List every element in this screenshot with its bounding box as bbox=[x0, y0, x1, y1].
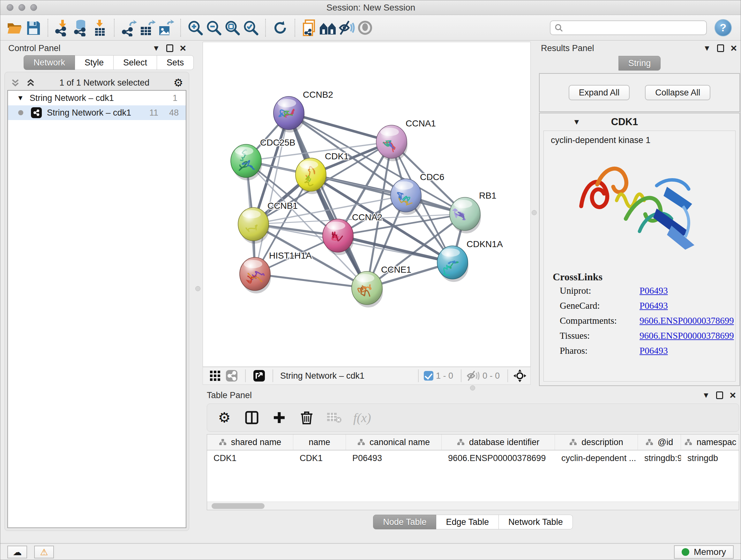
tab-edge-table[interactable]: Edge Table bbox=[436, 515, 499, 530]
network-options-gear-icon[interactable]: ⚙ bbox=[174, 77, 183, 88]
table-options-gear-icon[interactable]: ⚙ bbox=[216, 409, 232, 427]
column-header-database-identifier[interactable]: database identifier bbox=[442, 435, 555, 450]
protein-disclosure-icon[interactable]: ▼ bbox=[573, 118, 581, 126]
node-gloss bbox=[300, 161, 318, 169]
crosslink-link[interactable]: P06493 bbox=[639, 300, 668, 311]
open-in-window-icon[interactable] bbox=[251, 367, 267, 385]
memory-button[interactable]: Memory bbox=[674, 545, 734, 559]
tab-string-results[interactable]: String bbox=[618, 56, 661, 71]
birdseye-grid-icon[interactable] bbox=[207, 367, 223, 385]
bottom-splitter-handle[interactable] bbox=[470, 385, 475, 390]
scrollbar-thumb[interactable] bbox=[212, 503, 265, 509]
cloud-status-button[interactable]: ☁ bbox=[7, 546, 27, 558]
expand-all-networks-icon[interactable] bbox=[26, 78, 36, 87]
collection-disclosure-icon[interactable]: ▼ bbox=[17, 94, 24, 102]
help-icon[interactable]: ? bbox=[715, 19, 732, 37]
table-panel-float-icon[interactable] bbox=[716, 391, 723, 399]
network-edge-ccnb2-ccne1[interactable] bbox=[289, 113, 367, 288]
network-canvas[interactable]: CCNB2CCNA1CDC25BCDK1CDC6RB1CCNB1CCNA2CDK… bbox=[203, 42, 531, 367]
zoom-selected-icon[interactable] bbox=[242, 18, 260, 38]
refresh-icon[interactable] bbox=[271, 18, 289, 38]
selected-nodes-checkbox[interactable] bbox=[424, 371, 433, 381]
first-neighbors-icon[interactable] bbox=[319, 18, 337, 38]
protein-section-header[interactable]: ▼ CDK1 bbox=[540, 113, 739, 131]
column-header-label: namespac bbox=[697, 437, 737, 447]
expand-all-button[interactable]: Expand All bbox=[569, 85, 630, 100]
string-view-icon[interactable] bbox=[223, 367, 240, 385]
table-cell[interactable]: 9606.ENSP00000378699 bbox=[442, 450, 555, 466]
delete-table-icon[interactable] bbox=[326, 409, 342, 427]
table-cell[interactable]: P06493 bbox=[346, 450, 442, 466]
table-row[interactable]: CDK1CDK1P064939606.ENSP00000378699cyclin… bbox=[207, 450, 739, 466]
hide-selection-icon[interactable] bbox=[337, 18, 356, 38]
crosslink-link[interactable]: P06493 bbox=[639, 286, 668, 296]
right-splitter-handle[interactable] bbox=[532, 210, 537, 215]
zoom-in-icon[interactable] bbox=[186, 18, 205, 38]
column-header--id[interactable]: @id bbox=[638, 435, 681, 450]
table-panel-menu-icon[interactable]: ▼ bbox=[702, 391, 710, 399]
control-panel-menu-icon[interactable]: ▼ bbox=[152, 44, 160, 52]
import-network-file-icon[interactable] bbox=[53, 18, 72, 38]
toolbar-separator bbox=[508, 369, 508, 382]
column-header-shared-name[interactable]: shared name bbox=[207, 435, 293, 450]
create-column-icon[interactable] bbox=[244, 409, 260, 427]
warnings-button[interactable]: ⚠ bbox=[34, 546, 54, 558]
results-panel-float-icon[interactable] bbox=[717, 44, 724, 52]
shared-column-icon bbox=[646, 439, 653, 446]
network-collection-row[interactable]: ▼ String Network – cdk1 1 bbox=[8, 91, 186, 105]
column-header-name[interactable]: name bbox=[293, 435, 346, 450]
network-edge-ccnb2-hist1h1a[interactable] bbox=[255, 113, 289, 274]
tab-sets[interactable]: Sets bbox=[157, 55, 194, 70]
zoom-out-icon[interactable] bbox=[205, 18, 223, 38]
tab-network[interactable]: Network bbox=[23, 55, 75, 70]
tab-select[interactable]: Select bbox=[114, 55, 157, 70]
column-header-description[interactable]: description bbox=[555, 435, 638, 450]
table-horizontal-scrollbar[interactable] bbox=[207, 502, 739, 510]
show-all-icon[interactable] bbox=[356, 18, 374, 38]
save-session-icon[interactable] bbox=[24, 18, 43, 38]
table-cell[interactable]: stringdb bbox=[681, 450, 739, 466]
left-splitter-handle[interactable] bbox=[195, 286, 200, 291]
table-cell[interactable]: CDK1 bbox=[293, 450, 346, 466]
open-session-icon[interactable] bbox=[5, 18, 24, 38]
crosslink-link[interactable]: 9606.ENSP00000378699 bbox=[639, 330, 734, 341]
network-edge-ccna2-cdkn1a[interactable] bbox=[338, 236, 453, 262]
crosslink-link[interactable]: P06493 bbox=[639, 346, 668, 356]
results-panel-close-icon[interactable]: × bbox=[731, 44, 737, 52]
table-panel-close-icon[interactable]: × bbox=[730, 391, 736, 399]
control-panel-title: Control Panel bbox=[4, 44, 61, 53]
control-panel-float-icon[interactable] bbox=[166, 44, 173, 52]
function-builder-icon[interactable]: f(x) bbox=[353, 410, 371, 425]
network-edge-hist1h1a-ccne1[interactable] bbox=[255, 274, 367, 288]
collapse-all-networks-icon[interactable] bbox=[10, 78, 20, 87]
import-table-icon[interactable] bbox=[90, 18, 109, 38]
results-panel-menu-icon[interactable]: ▼ bbox=[703, 44, 711, 52]
table-panel-title: Table Panel bbox=[207, 390, 252, 400]
export-image-icon[interactable] bbox=[157, 18, 175, 38]
column-header-label: canonical name bbox=[369, 437, 430, 447]
delete-entry-icon[interactable] bbox=[298, 409, 315, 427]
network-row-selected[interactable]: String Network – cdk1 11 48 bbox=[8, 105, 186, 120]
search-input[interactable] bbox=[550, 20, 707, 35]
collapse-all-button[interactable]: Collapse All bbox=[645, 85, 711, 100]
add-row-icon[interactable] bbox=[271, 409, 287, 427]
table-cell[interactable]: CDK1 bbox=[207, 450, 293, 466]
import-network-database-icon[interactable] bbox=[72, 18, 90, 38]
export-table-icon[interactable] bbox=[138, 18, 157, 38]
new-network-from-selection-icon[interactable] bbox=[300, 18, 319, 38]
zoom-fit-icon[interactable] bbox=[223, 18, 242, 38]
column-header-namespac[interactable]: namespac bbox=[681, 435, 739, 450]
control-panel-close-icon[interactable]: × bbox=[180, 44, 186, 52]
tab-network-table[interactable]: Network Table bbox=[499, 515, 573, 530]
table-cell[interactable]: stringdb:9... bbox=[638, 450, 681, 466]
pan-crosshair-icon[interactable] bbox=[513, 369, 527, 382]
protein-description: cyclin-dependent kinase 1 bbox=[544, 135, 735, 145]
export-network-icon[interactable] bbox=[120, 18, 138, 38]
table-cell[interactable]: cyclin-dependent ... bbox=[555, 450, 638, 466]
tab-node-table[interactable]: Node Table bbox=[373, 515, 436, 530]
crosslink-link[interactable]: 9606.ENSP00000378699 bbox=[639, 315, 734, 326]
crosslink-label: Compartments: bbox=[560, 315, 639, 326]
node-gloss bbox=[235, 147, 253, 155]
tab-style[interactable]: Style bbox=[75, 55, 114, 70]
column-header-canonical-name[interactable]: canonical name bbox=[346, 435, 442, 450]
